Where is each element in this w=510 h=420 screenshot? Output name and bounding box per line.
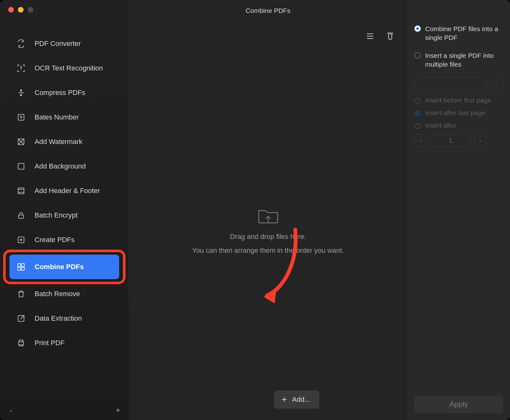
insert-subgroup: … Insert before first page Insert after … [414, 78, 503, 147]
insert-after-page[interactable]: Insert after [414, 122, 503, 129]
sidebar-item-batch-encrypt[interactable]: Batch Encrypt [0, 203, 129, 228]
sidebar-item-label: Bates Number [35, 113, 79, 121]
sidebar-item-label: Batch Encrypt [35, 211, 78, 219]
compress-icon [16, 88, 26, 97]
main-toolbar [365, 31, 395, 43]
print-icon [16, 338, 26, 348]
svg-rect-3 [18, 188, 24, 194]
create-icon [16, 235, 26, 245]
background-icon [16, 162, 26, 171]
extract-icon [16, 314, 26, 323]
sidebar-list: PDF Converter OCR Text Recognition Compr… [0, 31, 129, 355]
svg-rect-9 [21, 267, 24, 270]
sidebar-item-label: Compress PDFs [35, 89, 85, 97]
svg-rect-11 [19, 342, 24, 345]
divider [274, 50, 395, 51]
radio-icon [414, 52, 421, 58]
insert-before-first[interactable]: Insert before first page [414, 97, 503, 104]
pin-icon[interactable] [8, 407, 14, 415]
radio-icon [414, 123, 421, 129]
page-stepper: ‹ 1 › [414, 134, 503, 147]
app-window: PDF Converter OCR Text Recognition Compr… [0, 0, 510, 420]
sidebar-item-watermark[interactable]: Add Watermark [0, 130, 129, 154]
sidebar-item-background[interactable]: Add Background [0, 154, 129, 179]
bates-icon [16, 113, 26, 122]
collapse-sidebar-icon[interactable] [115, 407, 120, 415]
option-combine-into-single[interactable]: Combine PDF files into a single PDF [414, 25, 503, 42]
svg-rect-4 [19, 215, 24, 218]
sidebar-item-combine-pdfs[interactable]: Combine PDFs [9, 255, 119, 279]
sidebar-item-data-extraction[interactable]: Data Extraction [0, 306, 129, 331]
sidebar-item-create-pdfs[interactable]: Create PDFs [0, 228, 129, 252]
radio-icon [414, 98, 421, 104]
add-button[interactable]: Add... [274, 390, 319, 409]
svg-rect-2 [18, 163, 24, 169]
insert-file-field[interactable] [414, 78, 486, 91]
sidebar-item-compress[interactable]: Compress PDFs [0, 80, 129, 105]
ocr-icon [16, 64, 26, 73]
sidebar-item-label: OCR Text Recognition [35, 64, 103, 72]
sidebar-item-label: Print PDF [35, 339, 64, 347]
apply-button[interactable]: Apply [414, 395, 503, 413]
sub-option-label: Insert after last page [425, 109, 485, 117]
browse-file-button[interactable]: … [489, 78, 503, 91]
sidebar-item-label: Add Header & Footer [35, 187, 100, 195]
sidebar-item-label: Add Watermark [35, 138, 82, 146]
trash-icon [16, 289, 26, 299]
sidebar-item-header-footer[interactable]: Add Header & Footer [0, 179, 129, 203]
svg-rect-0 [18, 114, 24, 120]
options-panel: Combine PDF files into a single PDF Inse… [407, 0, 510, 420]
svg-rect-7 [21, 264, 24, 267]
dropzone[interactable]: Drag and drop files here. You can then a… [129, 21, 407, 420]
sidebar-item-label: Combine PDFs [35, 263, 84, 271]
sidebar-item-label: Create PDFs [35, 236, 75, 244]
option-label: Combine PDF files into a single PDF [425, 25, 503, 42]
option-label: Insert a single PDF into multiple files [425, 51, 503, 69]
sidebar-item-label: PDF Converter [35, 40, 81, 48]
sidebar-item-print-pdf[interactable]: Print PDF [0, 331, 129, 355]
sidebar-item-ocr[interactable]: OCR Text Recognition [0, 56, 129, 80]
header-footer-icon [16, 186, 26, 196]
maximize-window-button[interactable] [28, 7, 33, 13]
radio-icon [414, 111, 421, 116]
sidebar-item-pdf-converter[interactable]: PDF Converter [0, 31, 129, 56]
radio-icon [414, 25, 421, 32]
sidebar-footer [0, 402, 129, 420]
stepper-next-button[interactable]: › [474, 134, 487, 147]
convert-icon [16, 39, 26, 48]
add-button-label: Add... [292, 395, 310, 404]
option-insert-into-multiple[interactable]: Insert a single PDF into multiple files [414, 51, 503, 69]
svg-rect-6 [18, 264, 21, 267]
clear-icon[interactable] [385, 31, 395, 43]
lock-icon [16, 211, 26, 220]
list-view-icon[interactable] [365, 31, 375, 43]
sub-option-label: Insert after [425, 122, 457, 129]
folder-upload-icon [257, 206, 280, 227]
window-controls [0, 0, 129, 13]
sidebar-item-label: Data Extraction [35, 314, 82, 323]
combine-icon [16, 262, 26, 272]
close-window-button[interactable] [8, 7, 14, 13]
main-panel: Combine PDFs Drag and drop files here. Y… [129, 0, 407, 420]
stepper-prev-button[interactable]: ‹ [414, 134, 427, 147]
sidebar-item-label: Batch Remove [35, 290, 80, 298]
minimize-window-button[interactable] [18, 7, 24, 13]
page-number-field[interactable]: 1 [430, 134, 471, 147]
sidebar: PDF Converter OCR Text Recognition Compr… [0, 0, 129, 420]
dropzone-text-1: Drag and drop files here. [230, 233, 306, 241]
sub-option-label: Insert before first page [425, 97, 491, 104]
sidebar-item-label: Add Background [35, 162, 86, 170]
window-title: Combine PDFs [129, 0, 407, 21]
insert-after-last[interactable]: Insert after last page [414, 109, 503, 117]
sidebar-item-batch-remove[interactable]: Batch Remove [0, 282, 129, 306]
svg-rect-8 [18, 267, 21, 270]
dropzone-text-2: You can then arrange them in the order y… [192, 246, 344, 255]
watermark-icon [16, 137, 26, 146]
sidebar-item-bates[interactable]: Bates Number [0, 105, 129, 130]
